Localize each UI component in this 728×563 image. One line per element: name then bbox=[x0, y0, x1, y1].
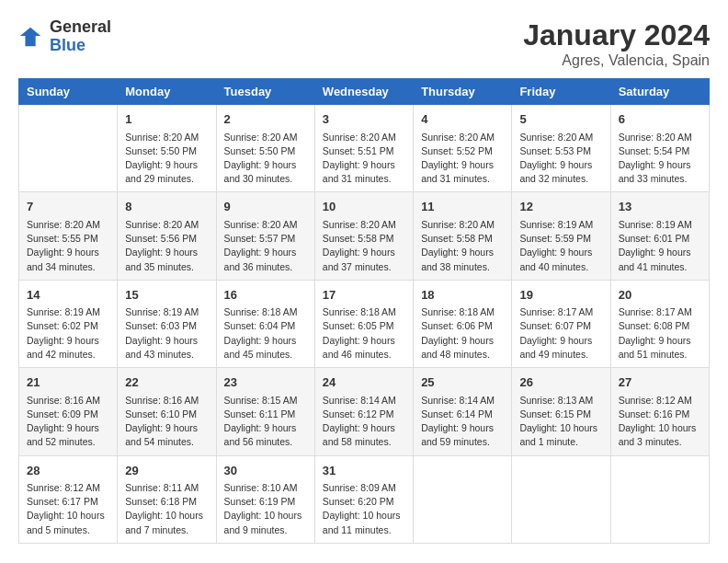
day-info: Sunrise: 8:11 AMSunset: 6:18 PMDaylight:… bbox=[125, 481, 208, 537]
day-header-sunday: Sunday bbox=[19, 79, 118, 105]
day-info: Sunrise: 8:19 AMSunset: 6:02 PMDaylight:… bbox=[27, 305, 109, 362]
day-number: 14 bbox=[27, 286, 109, 304]
day-info: Sunrise: 8:19 AMSunset: 6:03 PMDaylight:… bbox=[125, 305, 208, 362]
day-number: 19 bbox=[519, 286, 602, 304]
day-number: 26 bbox=[519, 373, 602, 392]
day-cell: 27Sunrise: 8:12 AMSunset: 6:16 PMDayligh… bbox=[610, 368, 709, 455]
day-info: Sunrise: 8:20 AMSunset: 5:52 PMDaylight:… bbox=[421, 131, 504, 187]
day-cell: 3Sunrise: 8:20 AMSunset: 5:51 PMDaylight… bbox=[314, 105, 413, 192]
day-cell: 17Sunrise: 8:18 AMSunset: 6:05 PMDayligh… bbox=[314, 280, 413, 367]
day-number: 20 bbox=[619, 286, 701, 304]
day-number: 27 bbox=[619, 373, 701, 392]
day-cell: 1Sunrise: 8:20 AMSunset: 5:50 PMDaylight… bbox=[118, 105, 216, 192]
day-info: Sunrise: 8:20 AMSunset: 5:57 PMDaylight:… bbox=[224, 218, 307, 274]
day-number: 30 bbox=[224, 462, 307, 480]
subtitle: Agres, Valencia, Spain bbox=[523, 52, 710, 69]
day-number: 18 bbox=[421, 286, 504, 304]
day-cell: 30Sunrise: 8:10 AMSunset: 6:19 PMDayligh… bbox=[216, 455, 314, 543]
day-cell: 8Sunrise: 8:20 AMSunset: 5:56 PMDaylight… bbox=[118, 192, 216, 280]
week-row-5: 28Sunrise: 8:12 AMSunset: 6:17 PMDayligh… bbox=[19, 455, 710, 543]
calendar-table: SundayMondayTuesdayWednesdayThursdayFrid… bbox=[18, 78, 710, 544]
day-info: Sunrise: 8:20 AMSunset: 5:51 PMDaylight:… bbox=[323, 131, 405, 187]
day-info: Sunrise: 8:20 AMSunset: 5:53 PMDaylight:… bbox=[519, 131, 602, 187]
day-number: 21 bbox=[27, 373, 109, 392]
day-cell: 21Sunrise: 8:16 AMSunset: 6:09 PMDayligh… bbox=[19, 368, 118, 455]
logo-general: General bbox=[50, 18, 111, 37]
calendar-header: SundayMondayTuesdayWednesdayThursdayFrid… bbox=[19, 79, 710, 105]
day-cell bbox=[512, 455, 610, 543]
day-info: Sunrise: 8:20 AMSunset: 5:50 PMDaylight:… bbox=[125, 131, 208, 187]
day-cell: 14Sunrise: 8:19 AMSunset: 6:02 PMDayligh… bbox=[19, 280, 118, 367]
day-number: 11 bbox=[421, 198, 504, 216]
day-info: Sunrise: 8:13 AMSunset: 6:15 PMDaylight:… bbox=[519, 394, 602, 450]
page-header: General Blue January 2024 Agres, Valenci… bbox=[18, 18, 710, 69]
day-info: Sunrise: 8:12 AMSunset: 6:17 PMDaylight:… bbox=[27, 481, 109, 537]
day-cell: 15Sunrise: 8:19 AMSunset: 6:03 PMDayligh… bbox=[118, 280, 216, 367]
day-info: Sunrise: 8:09 AMSunset: 6:20 PMDaylight:… bbox=[323, 481, 405, 537]
day-number: 16 bbox=[224, 286, 307, 304]
day-cell: 19Sunrise: 8:17 AMSunset: 6:07 PMDayligh… bbox=[512, 280, 610, 367]
week-row-1: 1Sunrise: 8:20 AMSunset: 5:50 PMDaylight… bbox=[19, 105, 710, 192]
day-cell bbox=[19, 105, 118, 192]
day-cell: 31Sunrise: 8:09 AMSunset: 6:20 PMDayligh… bbox=[314, 455, 413, 543]
logo-icon bbox=[18, 24, 44, 50]
day-info: Sunrise: 8:18 AMSunset: 6:06 PMDaylight:… bbox=[421, 305, 504, 362]
week-row-4: 21Sunrise: 8:16 AMSunset: 6:09 PMDayligh… bbox=[19, 368, 710, 455]
day-cell: 20Sunrise: 8:17 AMSunset: 6:08 PMDayligh… bbox=[610, 280, 709, 367]
day-info: Sunrise: 8:16 AMSunset: 6:09 PMDaylight:… bbox=[27, 394, 109, 450]
day-info: Sunrise: 8:14 AMSunset: 6:12 PMDaylight:… bbox=[323, 394, 405, 450]
day-cell: 29Sunrise: 8:11 AMSunset: 6:18 PMDayligh… bbox=[118, 455, 216, 543]
day-number: 24 bbox=[323, 373, 405, 392]
day-number: 2 bbox=[224, 110, 307, 129]
day-cell: 12Sunrise: 8:19 AMSunset: 5:59 PMDayligh… bbox=[512, 192, 610, 280]
week-row-2: 7Sunrise: 8:20 AMSunset: 5:55 PMDaylight… bbox=[19, 192, 710, 280]
day-cell: 6Sunrise: 8:20 AMSunset: 5:54 PMDaylight… bbox=[610, 105, 709, 192]
day-number: 23 bbox=[224, 373, 307, 392]
day-number: 28 bbox=[27, 462, 109, 480]
day-number: 22 bbox=[125, 373, 208, 392]
day-number: 10 bbox=[323, 198, 405, 216]
day-info: Sunrise: 8:12 AMSunset: 6:16 PMDaylight:… bbox=[619, 394, 701, 450]
svg-marker-0 bbox=[20, 28, 40, 47]
day-header-saturday: Saturday bbox=[610, 79, 709, 105]
day-number: 7 bbox=[27, 198, 109, 216]
day-info: Sunrise: 8:20 AMSunset: 5:58 PMDaylight:… bbox=[323, 218, 405, 274]
day-cell: 9Sunrise: 8:20 AMSunset: 5:57 PMDaylight… bbox=[216, 192, 314, 280]
day-info: Sunrise: 8:18 AMSunset: 6:04 PMDaylight:… bbox=[224, 305, 307, 362]
day-cell bbox=[414, 455, 512, 543]
day-info: Sunrise: 8:15 AMSunset: 6:11 PMDaylight:… bbox=[224, 394, 307, 450]
day-cell: 25Sunrise: 8:14 AMSunset: 6:14 PMDayligh… bbox=[414, 368, 512, 455]
day-info: Sunrise: 8:20 AMSunset: 5:54 PMDaylight:… bbox=[619, 131, 701, 187]
day-number: 13 bbox=[619, 198, 701, 216]
day-info: Sunrise: 8:17 AMSunset: 6:07 PMDaylight:… bbox=[519, 305, 602, 362]
logo: General Blue bbox=[18, 18, 111, 55]
day-number: 25 bbox=[421, 373, 504, 392]
day-number: 9 bbox=[224, 198, 307, 216]
title-block: January 2024 Agres, Valencia, Spain bbox=[523, 18, 710, 69]
day-cell: 16Sunrise: 8:18 AMSunset: 6:04 PMDayligh… bbox=[216, 280, 314, 367]
day-info: Sunrise: 8:20 AMSunset: 5:55 PMDaylight:… bbox=[27, 218, 109, 274]
day-cell: 24Sunrise: 8:14 AMSunset: 6:12 PMDayligh… bbox=[314, 368, 413, 455]
logo-text: General Blue bbox=[50, 18, 111, 55]
day-info: Sunrise: 8:17 AMSunset: 6:08 PMDaylight:… bbox=[619, 305, 701, 362]
day-info: Sunrise: 8:14 AMSunset: 6:14 PMDaylight:… bbox=[421, 394, 504, 450]
day-info: Sunrise: 8:20 AMSunset: 5:50 PMDaylight:… bbox=[224, 131, 307, 187]
day-number: 29 bbox=[125, 462, 208, 480]
day-cell: 2Sunrise: 8:20 AMSunset: 5:50 PMDaylight… bbox=[216, 105, 314, 192]
day-info: Sunrise: 8:19 AMSunset: 5:59 PMDaylight:… bbox=[519, 218, 602, 274]
day-info: Sunrise: 8:19 AMSunset: 6:01 PMDaylight:… bbox=[619, 218, 701, 274]
day-header-friday: Friday bbox=[512, 79, 610, 105]
day-info: Sunrise: 8:20 AMSunset: 5:56 PMDaylight:… bbox=[125, 218, 208, 274]
day-number: 3 bbox=[323, 110, 405, 129]
week-row-3: 14Sunrise: 8:19 AMSunset: 6:02 PMDayligh… bbox=[19, 280, 710, 367]
day-info: Sunrise: 8:16 AMSunset: 6:10 PMDaylight:… bbox=[125, 394, 208, 450]
day-info: Sunrise: 8:10 AMSunset: 6:19 PMDaylight:… bbox=[224, 481, 307, 537]
logo-blue: Blue bbox=[50, 37, 111, 55]
day-number: 12 bbox=[519, 198, 602, 216]
day-header-tuesday: Tuesday bbox=[216, 79, 314, 105]
day-info: Sunrise: 8:20 AMSunset: 5:58 PMDaylight:… bbox=[421, 218, 504, 274]
day-number: 5 bbox=[519, 110, 602, 129]
day-number: 17 bbox=[323, 286, 405, 304]
day-cell: 28Sunrise: 8:12 AMSunset: 6:17 PMDayligh… bbox=[19, 455, 118, 543]
day-cell bbox=[610, 455, 709, 543]
